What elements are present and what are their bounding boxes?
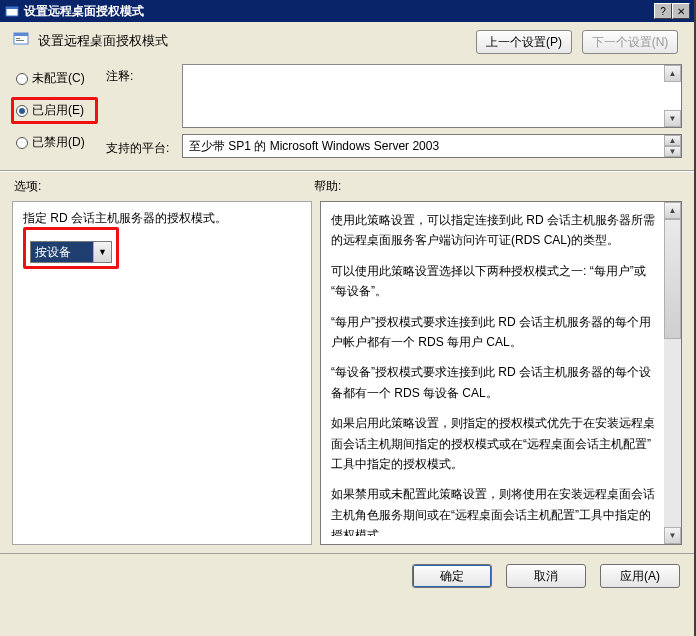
options-description: 指定 RD 会话主机服务器的授权模式。 — [23, 210, 301, 227]
notes-textarea[interactable]: ▲ ▼ — [182, 64, 682, 128]
help-panel: 使用此策略设置，可以指定连接到此 RD 会话主机服务器所需的远程桌面服务客户端访… — [320, 201, 682, 545]
previous-setting-label: 上一个设置(P) — [486, 34, 562, 51]
radio-disabled[interactable]: 已禁用(D) — [16, 134, 98, 151]
platform-value: 至少带 SP1 的 Microsoft Windows Server 2003 — [189, 138, 439, 155]
apply-label: 应用(A) — [620, 568, 660, 585]
window-title: 设置远程桌面授权模式 — [24, 3, 654, 20]
options-panel: 指定 RD 会话主机服务器的授权模式。 按设备 ▼ — [12, 201, 312, 545]
supported-platform-field: 至少带 SP1 的 Microsoft Windows Server 2003 … — [182, 134, 682, 158]
radio-enabled[interactable]: 已启用(E) — [16, 102, 93, 119]
help-paragraph: 如果启用此策略设置，则指定的授权模式优先于在安装远程桌面会话主机期间指定的授权模… — [331, 413, 657, 474]
previous-setting-button[interactable]: 上一个设置(P) — [476, 30, 572, 54]
ok-button[interactable]: 确定 — [412, 564, 492, 588]
scroll-up-icon[interactable]: ▲ — [664, 65, 681, 82]
help-paragraph: “每用户”授权模式要求连接到此 RD 会话主机服务器的每个用户帐户都有一个 RD… — [331, 312, 657, 353]
page-title: 设置远程桌面授权模式 — [38, 30, 476, 50]
ok-label: 确定 — [440, 568, 464, 585]
policy-icon — [12, 30, 32, 50]
radio-dot-icon — [16, 73, 28, 85]
options-heading: 选项: — [14, 178, 314, 195]
help-paragraph: 使用此策略设置，可以指定连接到此 RD 会话主机服务器所需的远程桌面服务客户端访… — [331, 210, 657, 251]
scroll-down-icon[interactable]: ▼ — [664, 146, 681, 157]
help-paragraph: “每设备”授权模式要求连接到此 RD 会话主机服务器的每个设备都有一个 RDS … — [331, 362, 657, 403]
dropdown-value: 按设备 — [31, 242, 93, 262]
platform-label: 支持的平台: — [106, 134, 176, 157]
window-controls: ? ✕ — [654, 3, 690, 19]
radio-not-configured[interactable]: 未配置(C) — [16, 70, 98, 87]
svg-rect-4 — [16, 38, 20, 39]
radio-not-configured-label: 未配置(C) — [32, 70, 85, 87]
radio-disabled-label: 已禁用(D) — [32, 134, 85, 151]
scroll-down-icon[interactable]: ▼ — [664, 527, 681, 544]
scroll-up-icon[interactable]: ▲ — [664, 135, 681, 146]
help-button[interactable]: ? — [654, 3, 672, 19]
scroll-thumb[interactable] — [664, 219, 681, 339]
svg-rect-3 — [14, 33, 28, 36]
window-icon — [4, 3, 20, 19]
apply-button[interactable]: 应用(A) — [600, 564, 680, 588]
notes-label: 注释: — [106, 64, 176, 85]
scroll-up-icon[interactable]: ▲ — [664, 202, 681, 219]
next-setting-label: 下一个设置(N) — [592, 34, 669, 51]
titlebar: 设置远程桌面授权模式 ? ✕ — [0, 0, 694, 22]
highlight-dropdown: 按设备 ▼ — [23, 227, 119, 269]
help-heading: 帮助: — [314, 178, 680, 195]
cancel-label: 取消 — [534, 568, 558, 585]
radio-enabled-label: 已启用(E) — [32, 102, 84, 119]
radio-dot-icon — [16, 105, 28, 117]
licensing-mode-dropdown[interactable]: 按设备 ▼ — [30, 241, 112, 263]
scrollbar[interactable]: ▲ ▼ — [664, 202, 681, 544]
scroll-down-icon[interactable]: ▼ — [664, 110, 681, 127]
separator — [0, 170, 694, 172]
radio-dot-icon — [16, 137, 28, 149]
help-paragraph: 如果禁用或未配置此策略设置，则将使用在安装远程桌面会话主机角色服务期间或在“远程… — [331, 484, 657, 536]
svg-rect-1 — [6, 7, 18, 9]
highlight-enabled: 已启用(E) — [11, 97, 98, 124]
chevron-down-icon: ▼ — [93, 242, 111, 262]
svg-rect-5 — [16, 40, 24, 41]
cancel-button[interactable]: 取消 — [506, 564, 586, 588]
help-paragraph: 可以使用此策略设置选择以下两种授权模式之一: “每用户”或“每设备”。 — [331, 261, 657, 302]
close-button[interactable]: ✕ — [672, 3, 690, 19]
next-setting-button[interactable]: 下一个设置(N) — [582, 30, 678, 54]
